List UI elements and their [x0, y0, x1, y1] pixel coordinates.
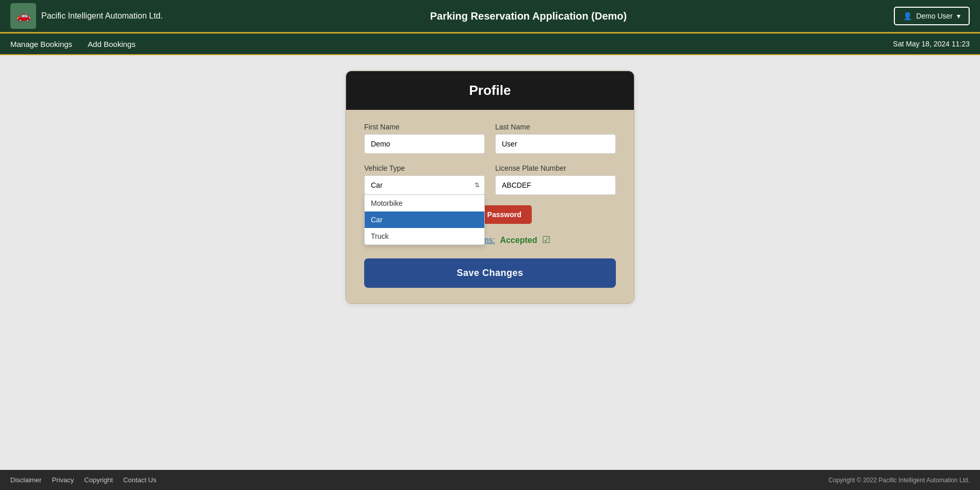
vehicle-type-select[interactable]: Motorbike Car Truck [364, 175, 485, 195]
first-name-input[interactable] [364, 134, 485, 154]
dropdown-option-truck[interactable]: Truck [365, 228, 484, 244]
vehicle-type-group: Vehicle Type Motorbike Car Truck ⇅ Motor… [364, 164, 485, 195]
profile-title: Profile [469, 83, 511, 98]
nav-datetime: Sat May 18, 2024 11:23 [893, 40, 970, 48]
dropdown-option-motorbike[interactable]: Motorbike [365, 195, 484, 211]
accepted-text: Accepted [500, 236, 537, 244]
footer-links: Disclaimer Privacy Copyright Contact Us [10, 476, 156, 484]
user-menu-button[interactable]: 👤 Demo User ▾ [894, 7, 970, 25]
profile-card: Profile First Name Last Name Vehicle Typ… [346, 71, 634, 304]
vehicle-dropdown[interactable]: Motorbike Car Truck [364, 195, 485, 245]
app-title: Parking Reservation Application (Demo) [163, 10, 894, 22]
last-name-label: Last Name [495, 123, 616, 131]
top-header: 🚗 Pacific Intelligent Automation Ltd. Pa… [0, 0, 980, 34]
company-logo: 🚗 [10, 3, 36, 29]
company-name: Pacific Intelligent Automation Ltd. [41, 11, 163, 21]
footer-privacy[interactable]: Privacy [52, 476, 74, 484]
profile-card-header: Profile [346, 71, 634, 110]
footer-disclaimer[interactable]: Disclaimer [10, 476, 42, 484]
name-row: First Name Last Name [364, 123, 616, 154]
first-name-group: First Name [364, 123, 485, 154]
user-icon: 👤 [903, 12, 912, 20]
license-plate-label: License Plate Number [495, 164, 616, 172]
user-label: Demo User [916, 12, 953, 20]
footer-contact[interactable]: Contact Us [123, 476, 156, 484]
dropdown-option-car[interactable]: Car [365, 211, 484, 228]
footer: Disclaimer Privacy Copyright Contact Us … [0, 470, 980, 490]
dropdown-arrow-icon: ▾ [957, 12, 960, 20]
vehicle-type-label: Vehicle Type [364, 164, 485, 172]
main-content: Profile First Name Last Name Vehicle Typ… [0, 55, 980, 470]
last-name-group: Last Name [495, 123, 616, 154]
last-name-input[interactable] [495, 134, 616, 154]
vehicle-license-row: Vehicle Type Motorbike Car Truck ⇅ Motor… [364, 164, 616, 195]
nav-manage-bookings[interactable]: Manage Bookings [10, 40, 72, 48]
footer-copyright-link[interactable]: Copyright [84, 476, 113, 484]
logo-area: 🚗 Pacific Intelligent Automation Ltd. [10, 3, 163, 29]
first-name-label: First Name [364, 123, 485, 131]
license-plate-input[interactable] [495, 175, 616, 195]
profile-body: First Name Last Name Vehicle Type Motorb… [346, 110, 634, 303]
accepted-check-icon: ☑ [542, 235, 550, 245]
license-plate-group: License Plate Number [495, 164, 616, 195]
footer-copyright-text: Copyright © 2022 Pacific Intelligent Aut… [828, 477, 970, 484]
nav-add-bookings[interactable]: Add Bookings [88, 40, 136, 48]
nav-bar: Manage Bookings Add Bookings Sat May 18,… [0, 34, 980, 55]
vehicle-select-wrapper: Motorbike Car Truck ⇅ [364, 175, 485, 195]
save-changes-button[interactable]: Save Changes [364, 258, 616, 288]
